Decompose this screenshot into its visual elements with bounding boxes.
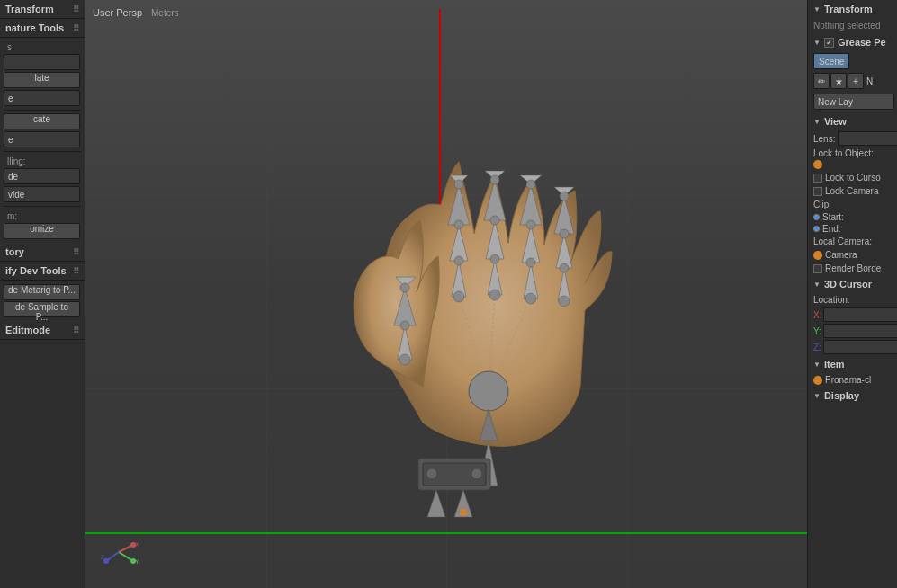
- star-icon-btn[interactable]: ★: [830, 73, 847, 89]
- view-title: View: [824, 116, 847, 127]
- lens-label: Lens:: [813, 134, 835, 144]
- y-coord-row: Y:: [808, 323, 897, 339]
- x-coord-row: X:: [808, 307, 897, 323]
- transform-right-title: Transform: [824, 4, 873, 14]
- svg-point-20: [526, 220, 535, 229]
- axis-widget-container: X Y Z: [99, 532, 139, 575]
- e-input1[interactable]: [4, 90, 80, 106]
- right-panel: ▼ Transform Nothing selected ▼ ✓ Grease …: [807, 0, 897, 588]
- transform-section-header[interactable]: ▼ Transform: [808, 0, 897, 18]
- lens-input[interactable]: [838, 131, 897, 146]
- svg-text:X: X: [135, 541, 139, 548]
- svg-point-2: [454, 180, 463, 189]
- z-coord-row: Z:: [808, 339, 897, 355]
- x-coord-input[interactable]: [823, 307, 897, 322]
- y-coord-input[interactable]: [823, 324, 897, 338]
- display-section-header[interactable]: ▼ Display: [808, 387, 897, 405]
- plus-icon-btn[interactable]: +: [848, 73, 864, 89]
- scene-tab[interactable]: Scene: [813, 53, 849, 69]
- grease-title: Grease Pe: [838, 37, 886, 48]
- svg-point-30: [560, 263, 569, 272]
- location-label: Location:: [813, 295, 850, 305]
- lock-cursor-label: Lock to Curso: [825, 173, 881, 183]
- svg-text:Z: Z: [101, 554, 105, 560]
- hand-3d: [265, 45, 715, 548]
- divider2: [4, 151, 81, 152]
- editmode-label: Editmode: [5, 325, 50, 335]
- layer-icons: ✏ ★ + N: [808, 71, 897, 91]
- camera-icon: [813, 251, 822, 260]
- new-layer-label: New Lay: [818, 97, 853, 107]
- s-input[interactable]: [4, 54, 80, 70]
- editmode-drag[interactable]: ⠿: [73, 325, 79, 335]
- camera-value: Camera: [825, 250, 857, 260]
- lock-cursor-checkbox[interactable]: [813, 174, 822, 183]
- de-metarig-btn[interactable]: de Metarig to P...: [4, 284, 80, 300]
- lling-input[interactable]: [4, 168, 80, 184]
- grease-checkbox[interactable]: ✓: [824, 38, 834, 48]
- render-border-label: Render Borde: [825, 263, 881, 273]
- cate-btn[interactable]: cate: [4, 113, 80, 129]
- lock-to-object-label: Lock to Object:: [813, 148, 874, 158]
- z-coord-input[interactable]: [823, 340, 897, 354]
- new-layer-btn[interactable]: New Lay: [813, 94, 894, 110]
- svg-point-34: [400, 283, 409, 292]
- late-btn[interactable]: late: [4, 72, 80, 88]
- tory-header: tory ⠿: [0, 243, 85, 262]
- transform-triangle: ▼: [813, 5, 821, 13]
- e-input2[interactable]: [4, 131, 80, 147]
- de-sample-btn[interactable]: de Sample to P...: [4, 301, 80, 317]
- divider3: [4, 206, 81, 207]
- grease-section-header[interactable]: ▼ ✓ Grease Pe: [808, 33, 897, 51]
- cursor-triangle: ▼: [813, 281, 821, 289]
- render-border-checkbox[interactable]: [813, 264, 822, 273]
- pencil-icon-btn[interactable]: ✏: [813, 73, 830, 89]
- y-coord-label: Y:: [813, 326, 821, 336]
- svg-point-36: [400, 321, 409, 330]
- start-label: Start:: [822, 212, 844, 222]
- svg-point-4: [454, 220, 463, 229]
- svg-point-28: [560, 229, 569, 238]
- svg-point-12: [490, 216, 499, 225]
- lock-camera-label: Lock Camera: [825, 186, 878, 196]
- lock-cursor-row: Lock to Curso: [808, 171, 897, 184]
- start-row: Start:: [808, 211, 897, 223]
- svg-point-49: [471, 468, 482, 479]
- ify-dev-drag[interactable]: ⠿: [73, 266, 79, 276]
- start-dot: [813, 214, 820, 220]
- lling-label: lling:: [4, 155, 81, 167]
- location-row: Location:: [808, 293, 897, 307]
- item-section-header[interactable]: ▼ Item: [808, 355, 897, 373]
- item-triangle: ▼: [813, 361, 821, 369]
- svg-point-22: [526, 258, 535, 267]
- cursor-section-header[interactable]: ▼ 3D Cursor: [808, 275, 897, 293]
- divide-input[interactable]: [4, 186, 80, 202]
- s-label: s:: [4, 40, 81, 53]
- pronama-icon: [813, 376, 822, 385]
- view-section-header[interactable]: ▼ View: [808, 112, 897, 130]
- x-coord-label: X:: [813, 310, 821, 320]
- m-label: m:: [4, 209, 81, 222]
- svg-point-26: [560, 192, 569, 200]
- wrist-mechanism: [418, 459, 490, 517]
- svg-point-18: [526, 180, 535, 189]
- cursor-title: 3D Cursor: [824, 279, 872, 290]
- signature-tools-drag[interactable]: ⠿: [73, 23, 79, 33]
- new-label: N: [866, 76, 873, 86]
- customize-btn[interactable]: omize: [4, 223, 80, 239]
- left-panel: Transform ⠿ nature Tools ⠿ s: late cate …: [0, 0, 85, 588]
- svg-point-14: [490, 254, 499, 263]
- display-title: Display: [824, 390, 859, 401]
- tory-drag[interactable]: ⠿: [73, 247, 79, 257]
- item-title: Item: [824, 359, 845, 370]
- transform-drag[interactable]: ⠿: [73, 4, 79, 14]
- viewport-header: User Persp Meters: [85, 0, 807, 25]
- lock-camera-row: Lock Camera: [808, 184, 897, 198]
- grease-triangle: ▼: [813, 39, 821, 47]
- transform-header: Transform ⠿: [0, 0, 85, 19]
- tory-label: tory: [5, 246, 24, 257]
- viewport[interactable]: User Persp Meters: [85, 0, 807, 588]
- transform-title: Transform: [5, 4, 54, 14]
- lens-row: Lens:: [808, 130, 897, 147]
- lock-camera-checkbox[interactable]: [813, 187, 822, 196]
